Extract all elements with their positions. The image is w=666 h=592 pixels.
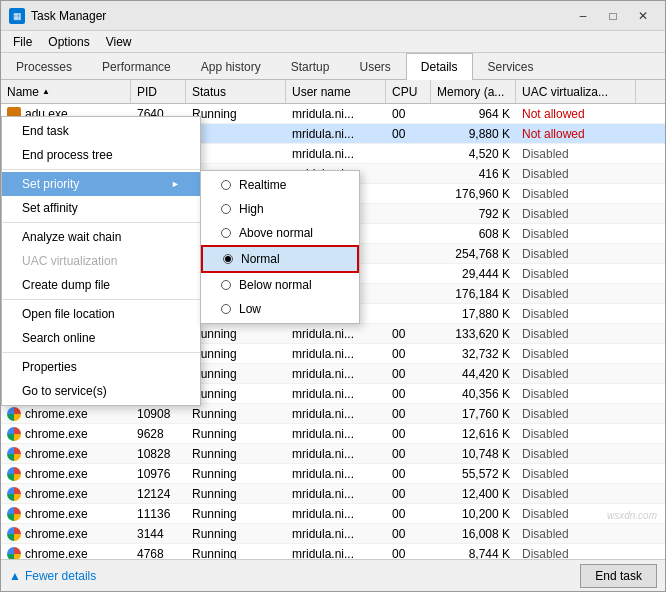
col-uac[interactable]: UAC virtualiza... bbox=[516, 80, 636, 103]
process-cpu: 00 bbox=[386, 387, 431, 401]
process-cpu: 00 bbox=[386, 467, 431, 481]
ctx-create-dump[interactable]: Create dump file bbox=[2, 273, 200, 297]
process-memory: 17,880 K bbox=[431, 307, 516, 321]
ctx-set-affinity[interactable]: Set affinity bbox=[2, 196, 200, 220]
priority-submenu: Realtime High Above normal Normal Below … bbox=[200, 170, 360, 324]
process-uac: Disabled bbox=[516, 207, 636, 221]
process-icon bbox=[7, 407, 21, 421]
process-status: Running bbox=[186, 507, 286, 521]
priority-above-normal[interactable]: Above normal bbox=[201, 221, 359, 245]
process-icon bbox=[7, 427, 21, 441]
tab-performance[interactable]: Performance bbox=[87, 53, 186, 80]
tab-startup[interactable]: Startup bbox=[276, 53, 345, 80]
menu-options[interactable]: Options bbox=[40, 33, 97, 51]
process-uac: Disabled bbox=[516, 247, 636, 261]
process-uac: Disabled bbox=[516, 467, 636, 481]
tab-processes[interactable]: Processes bbox=[1, 53, 87, 80]
process-pid: 4768 bbox=[131, 547, 186, 560]
tab-app-history[interactable]: App history bbox=[186, 53, 276, 80]
table-row[interactable]: chrome.exe 3144 Running mridula.ni... 00… bbox=[1, 524, 665, 544]
tabs-bar: Processes Performance App history Startu… bbox=[1, 53, 665, 80]
table-row[interactable]: chrome.exe 10828 Running mridula.ni... 0… bbox=[1, 444, 665, 464]
ctx-end-process-tree[interactable]: End process tree bbox=[2, 143, 200, 167]
col-memory[interactable]: Memory (a... bbox=[431, 80, 516, 103]
process-memory: 10,748 K bbox=[431, 447, 516, 461]
process-memory: 16,008 K bbox=[431, 527, 516, 541]
table-row[interactable]: chrome.exe 10976 Running mridula.ni... 0… bbox=[1, 464, 665, 484]
process-status: Running bbox=[186, 527, 286, 541]
fewer-details-button[interactable]: ▲ Fewer details bbox=[9, 569, 96, 583]
process-name: chrome.exe bbox=[1, 467, 131, 481]
process-uac: Not allowed bbox=[516, 127, 636, 141]
priority-below-normal[interactable]: Below normal bbox=[201, 273, 359, 297]
process-memory: 40,356 K bbox=[431, 387, 516, 401]
process-status: Running bbox=[186, 487, 286, 501]
menu-bar: File Options View bbox=[1, 31, 665, 53]
process-user: mridula.ni... bbox=[286, 147, 386, 161]
table-row[interactable]: chrome.exe 11136 Running mridula.ni... 0… bbox=[1, 504, 665, 524]
ctx-end-task[interactable]: End task bbox=[2, 119, 200, 143]
close-button[interactable]: ✕ bbox=[629, 6, 657, 26]
table-row[interactable]: chrome.exe 12124 Running mridula.ni... 0… bbox=[1, 484, 665, 504]
col-status[interactable]: Status bbox=[186, 80, 286, 103]
table-row[interactable]: chrome.exe 10908 Running mridula.ni... 0… bbox=[1, 404, 665, 424]
process-uac: Disabled bbox=[516, 327, 636, 341]
ctx-sep-3 bbox=[2, 299, 200, 300]
ctx-properties[interactable]: Properties bbox=[2, 355, 200, 379]
process-memory: 29,444 K bbox=[431, 267, 516, 281]
table-header: Name ▲ PID Status User name CPU Memory (… bbox=[1, 80, 665, 104]
ctx-search-online[interactable]: Search online bbox=[2, 326, 200, 350]
priority-realtime[interactable]: Realtime bbox=[201, 173, 359, 197]
context-menu: End task End process tree Set priority ►… bbox=[1, 116, 201, 406]
table-row[interactable]: chrome.exe 4768 Running mridula.ni... 00… bbox=[1, 544, 665, 559]
task-manager-window: ▦ Task Manager – □ ✕ File Options View P… bbox=[0, 0, 666, 592]
ctx-open-location[interactable]: Open file location bbox=[2, 302, 200, 326]
process-status: Running bbox=[186, 447, 286, 461]
radio-above-normal bbox=[221, 228, 231, 238]
ctx-analyze-wait[interactable]: Analyze wait chain bbox=[2, 225, 200, 249]
process-cpu: 00 bbox=[386, 447, 431, 461]
process-memory: 44,420 K bbox=[431, 367, 516, 381]
tab-services[interactable]: Services bbox=[473, 53, 549, 80]
app-icon: ▦ bbox=[9, 8, 25, 24]
process-cpu: 00 bbox=[386, 327, 431, 341]
process-user: mridula.ni... bbox=[286, 367, 386, 381]
priority-normal[interactable]: Normal bbox=[201, 245, 359, 273]
process-user: mridula.ni... bbox=[286, 107, 386, 121]
col-cpu[interactable]: CPU bbox=[386, 80, 431, 103]
table-row[interactable]: chrome.exe 9628 Running mridula.ni... 00… bbox=[1, 424, 665, 444]
process-memory: 964 K bbox=[431, 107, 516, 121]
window-title: Task Manager bbox=[31, 9, 569, 23]
priority-low[interactable]: Low bbox=[201, 297, 359, 321]
minimize-button[interactable]: – bbox=[569, 6, 597, 26]
tab-details[interactable]: Details bbox=[406, 53, 473, 80]
process-cpu: 00 bbox=[386, 347, 431, 361]
radio-low bbox=[221, 304, 231, 314]
ctx-sep-1 bbox=[2, 169, 200, 170]
process-pid: 9628 bbox=[131, 427, 186, 441]
process-name: chrome.exe bbox=[1, 547, 131, 560]
menu-view[interactable]: View bbox=[98, 33, 140, 51]
ctx-set-priority[interactable]: Set priority ► bbox=[2, 172, 200, 196]
ctx-go-service[interactable]: Go to service(s) bbox=[2, 379, 200, 403]
process-cpu: 00 bbox=[386, 367, 431, 381]
tab-users[interactable]: Users bbox=[344, 53, 405, 80]
end-task-button[interactable]: End task bbox=[580, 564, 657, 588]
process-memory: 254,768 K bbox=[431, 247, 516, 261]
maximize-button[interactable]: □ bbox=[599, 6, 627, 26]
process-memory: 176,184 K bbox=[431, 287, 516, 301]
process-uac: Disabled bbox=[516, 147, 636, 161]
ctx-uac-virt[interactable]: UAC virtualization bbox=[2, 249, 200, 273]
process-uac: Disabled bbox=[516, 267, 636, 281]
process-uac: Disabled bbox=[516, 407, 636, 421]
process-name: chrome.exe bbox=[1, 487, 131, 501]
col-name[interactable]: Name ▲ bbox=[1, 80, 131, 103]
priority-high[interactable]: High bbox=[201, 197, 359, 221]
process-name: chrome.exe bbox=[1, 447, 131, 461]
col-pid[interactable]: PID bbox=[131, 80, 186, 103]
process-memory: 4,520 K bbox=[431, 147, 516, 161]
menu-file[interactable]: File bbox=[5, 33, 40, 51]
process-uac: Disabled bbox=[516, 227, 636, 241]
process-status: Running bbox=[186, 107, 286, 121]
col-user[interactable]: User name bbox=[286, 80, 386, 103]
